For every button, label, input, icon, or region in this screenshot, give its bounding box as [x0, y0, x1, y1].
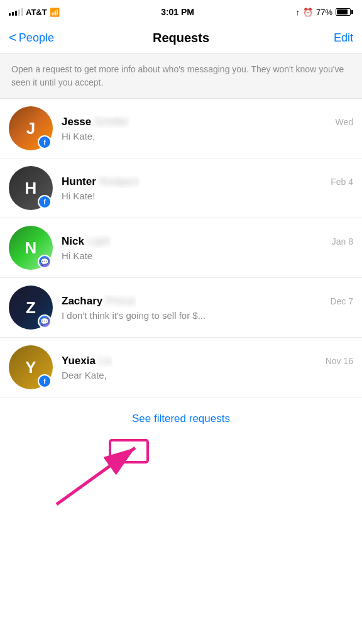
- page-title: Requests: [153, 31, 209, 45]
- edit-button[interactable]: Edit: [303, 31, 353, 45]
- alarm-icon: ⏰: [303, 8, 313, 17]
- chevron-left-icon: <: [9, 31, 17, 45]
- message-item[interactable]: J f Jesse Schiller Wed Hi Kate,: [0, 99, 362, 158]
- avatar-wrap: N 💬: [9, 226, 53, 270]
- sender-name: Jesse Schiller: [62, 116, 129, 128]
- message-preview: Hi Kate: [62, 250, 353, 261]
- avatar-wrap: J f: [9, 106, 53, 150]
- message-preview: Dear Kate,: [62, 370, 353, 380]
- platform-badge: f: [38, 135, 52, 149]
- sender-lastname: Light: [87, 235, 111, 248]
- message-content: Zachary Prince Dec 7 I don't think it's …: [62, 295, 353, 321]
- message-date: Feb 4: [331, 177, 353, 187]
- sender-lastname: Liu: [99, 355, 113, 367]
- message-content: Jesse Schiller Wed Hi Kate,: [62, 116, 353, 142]
- carrier-label: AT&T: [26, 8, 47, 17]
- message-item[interactable]: H f Hunter Rodgers Feb 4 Hi Kate!: [0, 158, 362, 218]
- battery-icon: [336, 8, 353, 16]
- info-text: Open a request to get more info about wh…: [11, 63, 351, 89]
- message-preview: Hi Kate!: [62, 191, 353, 201]
- status-bar: AT&T 📶 3:01 PM ↑ ⏰ 77%: [0, 0, 362, 23]
- sender-name: Hunter Rodgers: [62, 175, 140, 188]
- message-list: J f Jesse Schiller Wed Hi Kate, H f: [0, 99, 362, 397]
- wifi-icon: 📶: [50, 8, 60, 17]
- info-banner: Open a request to get more info about wh…: [0, 54, 362, 99]
- message-item[interactable]: Y f Yuexia Liu Nov 16 Dear Kate,: [0, 338, 362, 397]
- platform-badge: 💬: [38, 314, 52, 328]
- message-item[interactable]: Z 💬 Zachary Prince Dec 7 I don't think i…: [0, 278, 362, 338]
- avatar-wrap: Z 💬: [9, 286, 53, 330]
- svg-line-1: [57, 448, 135, 504]
- filtered-requests-section: See filtered requests: [0, 397, 362, 435]
- platform-badge: f: [38, 195, 52, 209]
- location-icon: ↑: [295, 8, 300, 17]
- arrow-icon: [38, 435, 176, 511]
- message-content: Nick Light Jan 8 Hi Kate: [62, 235, 353, 261]
- see-filtered-requests-link[interactable]: See filtered requests: [132, 413, 230, 425]
- sender-name: Yuexia Liu: [62, 355, 112, 367]
- sender-lastname: Rodgers: [99, 175, 140, 188]
- nav-bar: < People Requests Edit: [0, 23, 362, 54]
- platform-badge: f: [38, 374, 52, 388]
- sender-lastname: Prince: [106, 295, 136, 308]
- sender-name: Zachary Prince: [62, 295, 136, 308]
- message-date: Nov 16: [326, 356, 353, 366]
- message-header: Hunter Rodgers Feb 4: [62, 175, 353, 188]
- message-item[interactable]: N 💬 Nick Light Jan 8 Hi Kate: [0, 218, 362, 278]
- battery-percent: 77%: [316, 8, 332, 17]
- message-date: Wed: [335, 117, 353, 127]
- message-header: Nick Light Jan 8: [62, 235, 353, 248]
- carrier-signal: AT&T 📶: [9, 8, 60, 17]
- status-time: 3:01 PM: [161, 7, 194, 17]
- message-content: Yuexia Liu Nov 16 Dear Kate,: [62, 355, 353, 380]
- message-preview: I don't think it's going to sell for $..…: [62, 310, 353, 321]
- back-button[interactable]: < People: [9, 31, 59, 45]
- sender-lastname: Schiller: [94, 116, 129, 128]
- avatar-wrap: H f: [9, 166, 53, 210]
- message-date: Dec 7: [330, 296, 353, 306]
- avatar-wrap: Y f: [9, 345, 53, 389]
- back-label: People: [19, 31, 54, 45]
- platform-badge: 💬: [38, 255, 52, 269]
- message-header: Yuexia Liu Nov 16: [62, 355, 353, 367]
- signal-icon: [9, 8, 23, 16]
- message-header: Zachary Prince Dec 7: [62, 295, 353, 308]
- message-header: Jesse Schiller Wed: [62, 116, 353, 128]
- status-right: ↑ ⏰ 77%: [295, 8, 353, 17]
- arrow-annotation: [38, 435, 362, 511]
- message-date: Jan 8: [332, 236, 353, 247]
- message-preview: Hi Kate,: [62, 131, 353, 142]
- message-content: Hunter Rodgers Feb 4 Hi Kate!: [62, 175, 353, 201]
- sender-name: Nick Light: [62, 235, 111, 248]
